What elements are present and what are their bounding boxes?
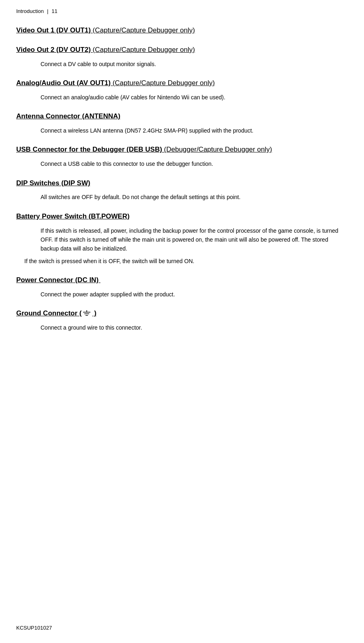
section-title-underlined: USB Connector for the Debugger (DEB USB) (16, 146, 162, 153)
section-title-underlined: Video Out 2 (DV OUT2) (16, 46, 91, 54)
section-title-usb-connector: USB Connector for the Debugger (DEB USB)… (16, 145, 348, 154)
header-title: Introduction (16, 8, 44, 14)
section-title-underlined: Power Connector (DC IN) (16, 276, 101, 284)
section-title-normal: (Capture/Capture Debugger only) (91, 26, 195, 34)
section-body-antenna-connector: Connect a wireless LAN antenna (DN57 2.4… (41, 126, 348, 135)
section-title-battery-power-switch: Battery Power Switch (BT.POWER) (16, 212, 348, 221)
section-title-analog-audio-out: Analog/Audio Out (AV OUT1) (Capture/Capt… (16, 78, 348, 88)
section-title-underlined: DIP Switches (DIP SW) (16, 179, 90, 187)
section-title-underlined: Battery Power Switch (BT.POWER) (16, 212, 130, 220)
section-title-normal: (Capture/Capture Debugger only) (91, 46, 195, 54)
section-analog-audio-out: Analog/Audio Out (AV OUT1) (Capture/Capt… (16, 78, 348, 102)
section-title-dip-switches: DIP Switches (DIP SW) (16, 178, 348, 188)
section-body-dip-switches: All switches are OFF by default. Do not … (41, 193, 348, 201)
section-antenna-connector: Antenna Connector (ANTENNA) Connect a wi… (16, 111, 348, 135)
page-header: Introduction | 11 (16, 8, 348, 14)
section-title-power-connector: Power Connector (DC IN) (16, 275, 348, 285)
section-body-video-out-2: Connect a DV cable to output monitor sig… (41, 60, 348, 69)
section-video-out-1: Video Out 1 (DV OUT1) (Capture/Capture D… (16, 26, 348, 35)
section-power-connector: Power Connector (DC IN) Connect the powe… (16, 275, 348, 299)
section-dip-switches: DIP Switches (DIP SW) All switches are O… (16, 178, 348, 202)
section-title-underlined: Antenna Connector (ANTENNA) (16, 112, 120, 120)
footer-text: KCSUP101027 (16, 625, 52, 631)
section-body-analog-audio-out: Connect an analog/audio cable (AV cables… (41, 93, 348, 102)
header-page: 11 (51, 8, 57, 14)
page-footer: KCSUP101027 (16, 625, 52, 631)
section-battery-power-switch: Battery Power Switch (BT.POWER) If this … (16, 212, 348, 266)
section-body-battery-power-switch-1: If this switch is released, all power, i… (41, 226, 348, 253)
section-body-power-connector: Connect the power adapter supplied with … (41, 290, 348, 299)
ground-symbol-icon (82, 310, 91, 317)
section-title-end: ) (92, 309, 96, 317)
section-ground-connector: Ground Connector ( ) Connect a ground wi… (16, 309, 348, 332)
section-video-out-2: Video Out 2 (DV OUT2) (Capture/Capture D… (16, 45, 348, 69)
section-title-underlined: Ground Connector ( (16, 309, 81, 317)
section-title-normal: (Debugger/Capture Debugger only) (162, 146, 272, 153)
section-body-battery-power-switch-2: If the switch is pressed when it is OFF,… (24, 257, 348, 266)
section-title-normal: (Capture/Capture Debugger only) (111, 79, 215, 87)
section-title-video-out-1: Video Out 1 (DV OUT1) (Capture/Capture D… (16, 26, 348, 35)
section-body-ground-connector: Connect a ground wire to this connector. (41, 323, 348, 332)
header-separator: | (47, 8, 48, 14)
section-title-underlined: Analog/Audio Out (AV OUT1) (16, 79, 111, 87)
section-title-antenna-connector: Antenna Connector (ANTENNA) (16, 111, 348, 121)
section-usb-connector: USB Connector for the Debugger (DEB USB)… (16, 145, 348, 168)
section-body-usb-connector: Connect a USB cable to this connector to… (41, 159, 348, 168)
section-title-video-out-2: Video Out 2 (DV OUT2) (Capture/Capture D… (16, 45, 348, 55)
section-title-underlined: Video Out 1 (DV OUT1) (16, 26, 91, 34)
section-title-ground-connector: Ground Connector ( ) (16, 309, 348, 318)
